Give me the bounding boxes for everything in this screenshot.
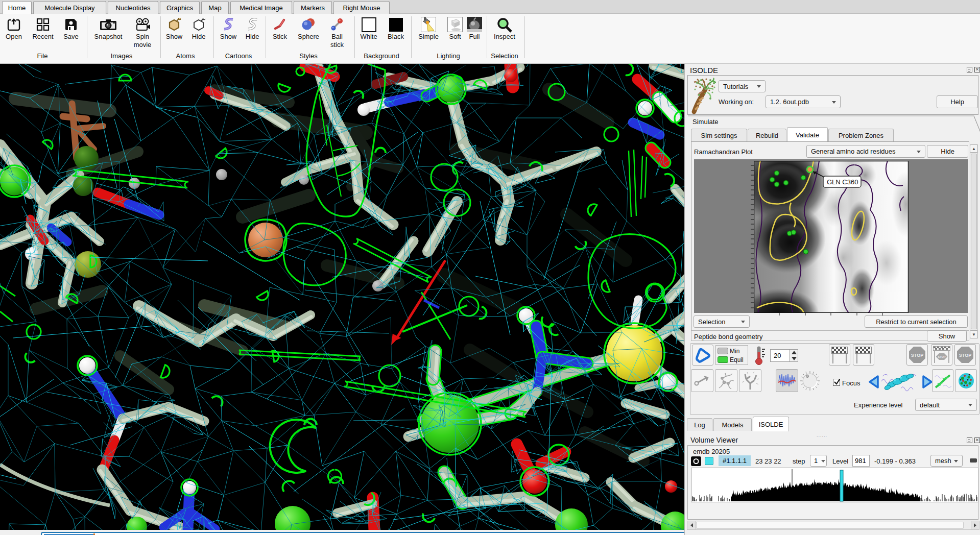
svg-text:STOP: STOP bbox=[959, 353, 971, 358]
svg-text:STOP: STOP bbox=[938, 355, 946, 358]
svg-text:GLN C360: GLN C360 bbox=[827, 178, 858, 186]
svg-text:STOP: STOP bbox=[911, 353, 923, 358]
